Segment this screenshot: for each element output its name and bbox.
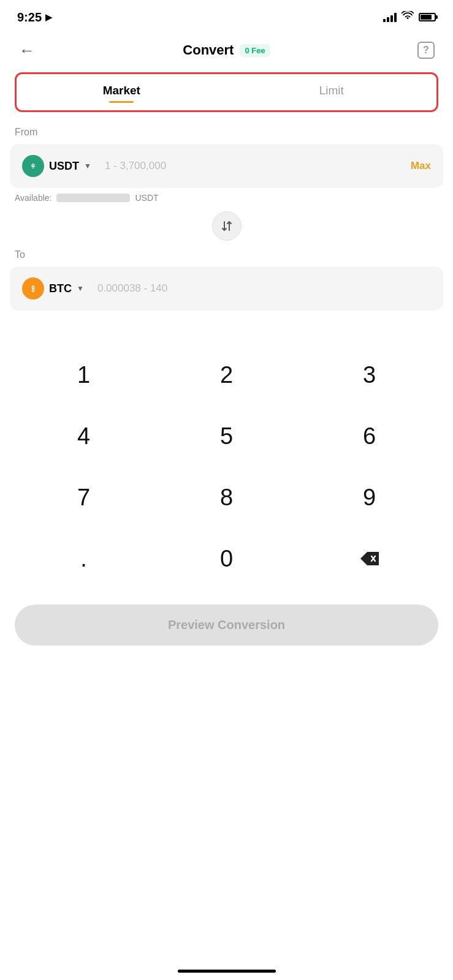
back-button[interactable]: ← [15,38,39,62]
available-label: Available: [15,193,51,203]
to-chevron-icon: ▼ [77,284,84,293]
to-amount-placeholder[interactable]: 0.000038 - 140 [91,282,431,295]
available-currency: USDT [135,193,158,203]
svg-text:₿: ₿ [31,285,35,293]
swap-container [0,211,453,241]
key-4[interactable]: 4 [23,409,145,464]
tab-market[interactable]: Market [17,74,227,110]
to-currency-box[interactable]: ₿ BTC ▼ 0.000038 - 140 [10,266,443,311]
swap-icon [220,219,234,233]
key-7[interactable]: 7 [23,470,145,525]
from-label: From [15,127,438,138]
available-value-placeholder [56,194,130,202]
keypad-row-2: 4 5 6 [12,409,441,464]
key-3[interactable]: 3 [308,347,431,402]
help-icon: ? [417,42,435,59]
status-bar: 9:25 ▶ [0,0,453,32]
header-center: Convert 0 Fee [183,42,270,58]
from-currency-name: USDT [49,160,79,173]
preview-btn-container: Preview Conversion [0,592,453,660]
tab-limit-label: Limit [227,84,437,97]
from-currency-selector[interactable]: USDT ▼ [22,155,91,177]
from-currency-box[interactable]: USDT ▼ 1 - 3,700,000 Max [10,144,443,188]
keypad-row-3: 7 8 9 [12,470,441,525]
status-time: 9:25 ▶ [17,10,52,24]
max-button[interactable]: Max [411,160,431,172]
help-button[interactable]: ? [414,38,438,62]
status-icons [383,11,436,23]
from-amount-placeholder[interactable]: 1 - 3,700,000 [99,160,403,172]
tab-market-label: Market [17,84,227,97]
home-indicator [178,970,276,973]
key-decimal[interactable]: . [23,531,145,586]
tab-switcher: Market Limit [15,72,438,112]
wifi-icon [402,11,414,23]
battery-icon [419,13,436,21]
location-icon: ▶ [45,12,52,22]
preview-conversion-button[interactable]: Preview Conversion [15,605,438,646]
tab-limit[interactable]: Limit [227,74,437,110]
to-label: To [15,249,438,260]
header: ← Convert 0 Fee ? [0,32,453,72]
available-row: Available: USDT [15,193,438,203]
tab-market-underline [109,101,134,103]
key-0[interactable]: 0 [166,531,288,586]
backspace-icon [359,551,380,567]
page-title: Convert [183,42,234,58]
back-icon: ← [19,41,35,60]
from-chevron-icon: ▼ [84,162,91,170]
keypad: 1 2 3 4 5 6 7 8 9 . 0 [0,347,453,586]
key-backspace[interactable] [308,531,431,586]
keypad-row-4: . 0 [12,531,441,586]
swap-button[interactable] [212,211,242,241]
signal-icon [383,12,397,22]
key-9[interactable]: 9 [308,470,431,525]
to-currency-name: BTC [49,282,72,295]
keypad-row-1: 1 2 3 [12,347,441,402]
key-2[interactable]: 2 [166,347,288,402]
key-5[interactable]: 5 [166,409,288,464]
to-currency-selector[interactable]: ₿ BTC ▼ [22,277,84,300]
key-1[interactable]: 1 [23,347,145,402]
fee-badge: 0 Fee [240,44,270,57]
key-8[interactable]: 8 [166,470,288,525]
key-6[interactable]: 6 [308,409,431,464]
btc-icon: ₿ [22,277,44,300]
usdt-icon [22,155,44,177]
